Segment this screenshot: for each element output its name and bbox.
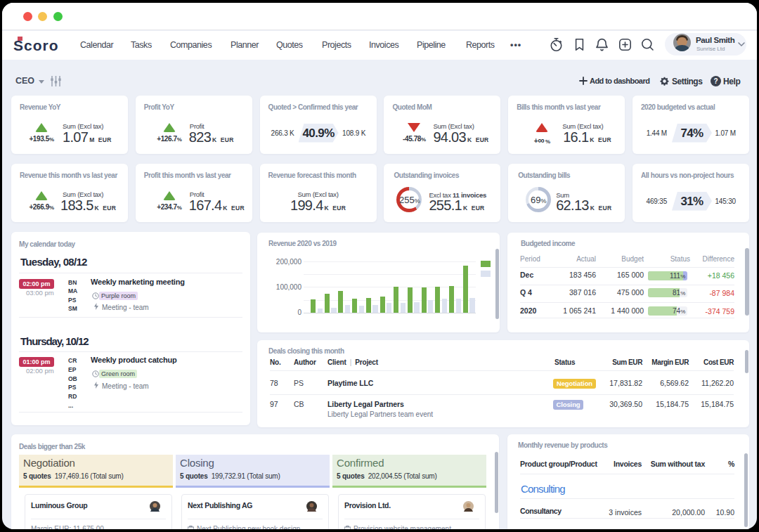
- svg-text:?: ?: [713, 77, 718, 85]
